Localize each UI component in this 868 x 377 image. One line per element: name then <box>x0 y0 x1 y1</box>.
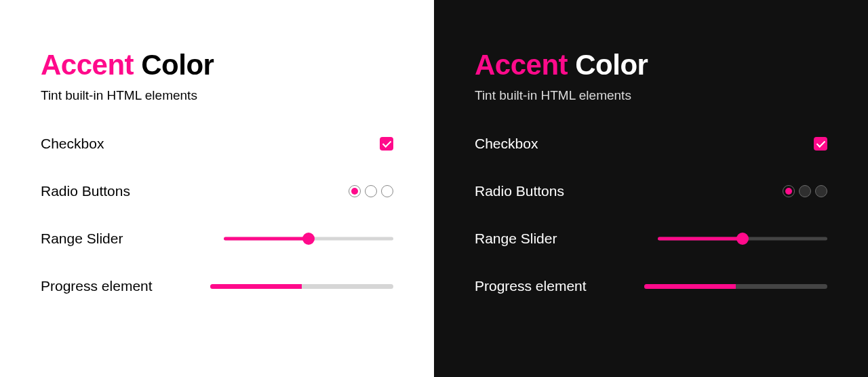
progress-fill <box>210 284 302 289</box>
checkbox-row: Checkbox <box>475 136 827 152</box>
title-accent-word: Accent <box>475 49 568 81</box>
radio-option-3[interactable] <box>381 185 393 197</box>
slider-fill <box>658 237 743 241</box>
dark-mode-panel: Accent Color Tint built-in HTML elements… <box>434 0 868 377</box>
range-label: Range Slider <box>41 231 123 247</box>
radio-row: Radio Buttons <box>475 183 827 199</box>
range-row: Range Slider <box>41 231 393 247</box>
range-label: Range Slider <box>475 231 557 247</box>
radio-option-2[interactable] <box>799 185 811 197</box>
radio-label: Radio Buttons <box>475 183 564 199</box>
radio-option-2[interactable] <box>365 185 377 197</box>
progress-label: Progress element <box>41 278 153 294</box>
page-title: Accent Color <box>475 49 827 81</box>
checkbox-input[interactable] <box>380 137 393 151</box>
range-row: Range Slider <box>475 231 827 247</box>
progress-row: Progress element <box>475 278 827 294</box>
progress-label: Progress element <box>475 278 587 294</box>
slider-thumb[interactable] <box>302 233 315 245</box>
checkbox-label: Checkbox <box>41 136 104 152</box>
progress-element <box>644 284 827 289</box>
page-subtitle: Tint built-in HTML elements <box>41 88 393 103</box>
radio-option-1[interactable] <box>783 185 795 197</box>
slider-thumb[interactable] <box>736 233 749 245</box>
page-subtitle: Tint built-in HTML elements <box>475 88 827 103</box>
range-slider[interactable] <box>658 233 827 245</box>
radio-label: Radio Buttons <box>41 183 130 199</box>
range-slider[interactable] <box>224 233 393 245</box>
progress-fill <box>644 284 736 289</box>
slider-fill <box>224 237 309 241</box>
light-mode-panel: Accent Color Tint built-in HTML elements… <box>0 0 434 377</box>
checkbox-row: Checkbox <box>41 136 393 152</box>
checkbox-label: Checkbox <box>475 136 538 152</box>
page-title: Accent Color <box>41 49 393 81</box>
progress-row: Progress element <box>41 278 393 294</box>
radio-option-3[interactable] <box>815 185 827 197</box>
progress-element <box>210 284 393 289</box>
title-accent-word: Accent <box>41 49 134 81</box>
radio-option-1[interactable] <box>349 185 361 197</box>
title-rest-word: Color <box>575 49 648 81</box>
checkbox-input[interactable] <box>814 137 827 151</box>
title-rest-word: Color <box>141 49 214 81</box>
radio-row: Radio Buttons <box>41 183 393 199</box>
